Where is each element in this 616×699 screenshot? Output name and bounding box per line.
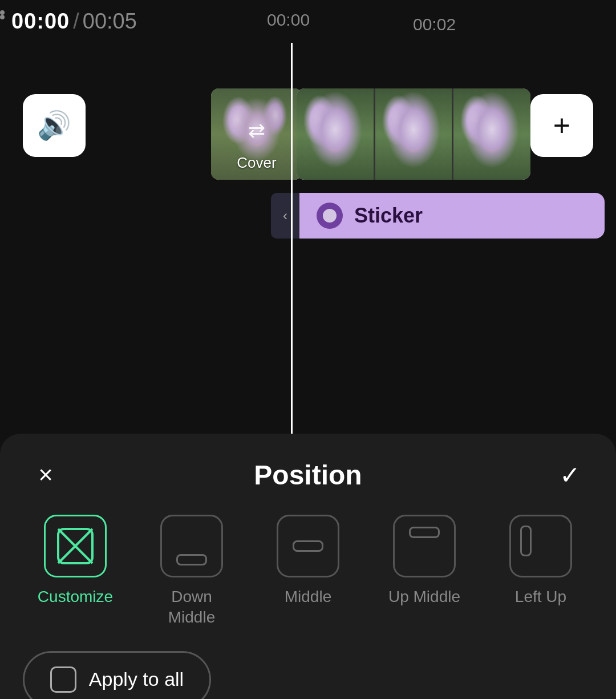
up-middle-icon-container — [393, 515, 456, 577]
video-frame-3 — [453, 88, 530, 180]
position-left-up[interactable]: Left Up — [495, 515, 586, 607]
down-middle-label: Down Middle — [168, 587, 215, 628]
audio-icon: 🔊 — [37, 110, 71, 142]
time-markers: 00:00 00:02 — [0, 10, 616, 19]
video-frame-1 — [297, 88, 374, 180]
position-up-middle[interactable]: Up Middle — [379, 515, 470, 607]
audio-button[interactable]: 🔊 — [23, 94, 86, 157]
middle-label: Middle — [285, 587, 331, 607]
panel-title: Position — [254, 459, 362, 491]
add-button[interactable]: + — [530, 94, 593, 157]
time-dot-2 — [0, 15, 5, 19]
left-up-label: Left Up — [515, 587, 566, 607]
time-marker-0: 00:00 — [267, 10, 310, 30]
apply-all-button[interactable]: Apply to all — [23, 651, 211, 699]
apply-all-label: Apply to all — [89, 668, 184, 690]
position-down-middle[interactable]: Down Middle — [146, 515, 237, 628]
position-options: Customize Down Middle Middle Up Middle — [0, 509, 616, 645]
bottom-panel: × Position ✓ Customize Down Middle — [0, 434, 616, 699]
cover-label: Cover — [237, 154, 276, 172]
close-button[interactable]: × — [29, 458, 63, 492]
position-customize[interactable]: Customize — [30, 515, 121, 607]
playhead — [291, 43, 293, 434]
position-middle[interactable]: Middle — [262, 515, 354, 607]
up-middle-label: Up Middle — [388, 587, 460, 607]
confirm-button[interactable]: ✓ — [553, 458, 587, 492]
customize-icon-container — [44, 515, 107, 577]
sticker-dot-icon — [317, 203, 343, 229]
time-dot-1 — [0, 10, 5, 15]
swap-icon: ⇄ — [248, 119, 265, 143]
chevron-left-icon: ‹ — [283, 208, 287, 224]
panel-header: × Position ✓ — [0, 434, 616, 509]
sticker-label: Sticker — [354, 204, 423, 228]
customize-icon — [55, 526, 95, 566]
left-up-icon-container — [509, 515, 572, 577]
down-middle-icon-container — [160, 515, 223, 577]
middle-icon-container — [277, 515, 339, 577]
timeline-area: 00:00 / 00:05 00:00 00:02 🔊 ⇄ Cover — [0, 0, 616, 434]
checkmark-icon: ✓ — [560, 460, 581, 490]
sticker-bar[interactable]: Sticker — [299, 193, 605, 239]
customize-label: Customize — [38, 587, 113, 607]
sticker-collapse-button[interactable]: ‹ — [271, 193, 299, 239]
cover-thumbnail[interactable]: ⇄ Cover — [211, 88, 302, 180]
video-frame-2 — [375, 88, 452, 180]
close-icon: × — [38, 460, 53, 489]
plus-icon: + — [553, 108, 570, 143]
apply-checkbox[interactable] — [50, 666, 76, 693]
time-marker-1: 00:02 — [413, 15, 456, 34]
sticker-track: ‹ Sticker — [271, 188, 605, 243]
video-strip — [297, 88, 530, 180]
